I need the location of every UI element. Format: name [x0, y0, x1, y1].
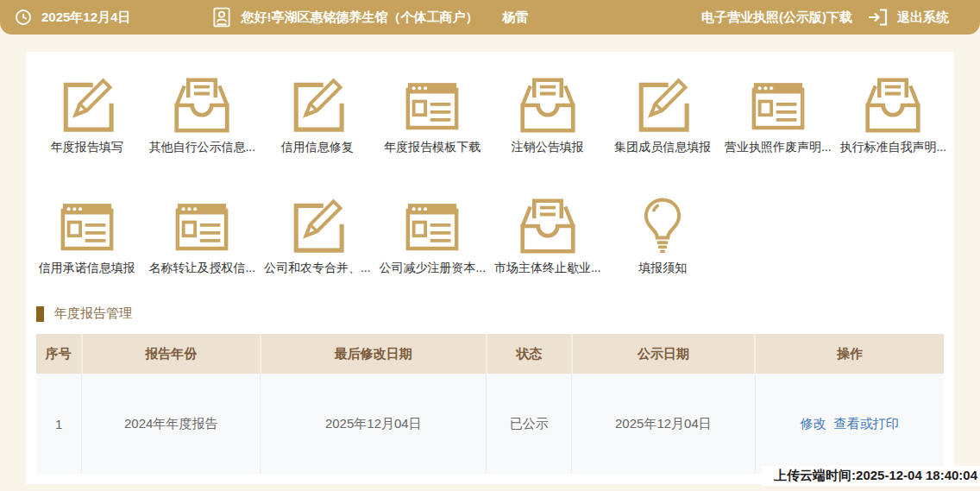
annual-report-table: 序号 报告年份 最后修改日期 状态 公示日期 操作 1 2024年年度报告 20… — [36, 334, 944, 474]
topbar-date: 2025年12月4日 — [41, 9, 130, 26]
menu-item-other-publicity-info[interactable]: 其他自行公示信息... — [145, 74, 261, 155]
topbar-right: 电子营业执照(公示版)下载 退出系统 — [701, 7, 949, 28]
col-header-last-modified: 最后修改日期 — [261, 334, 487, 374]
menu-item-label: 公司和农专合并、... — [264, 261, 371, 276]
cell-seq: 1 — [36, 374, 82, 474]
menu-item-annual-report-template-download[interactable]: 年度报告模板下载 — [375, 74, 491, 155]
cell-status: 已公示 — [487, 374, 572, 474]
topbar: 2025年12月4日 您好!亭湖区惠铭德养生馆（个体工商户） 杨雷 电子营业执照… — [0, 0, 980, 35]
section-title: 年度报告管理 — [54, 305, 132, 322]
logout-link[interactable]: 退出系统 — [897, 9, 949, 26]
inbox-icon — [862, 74, 924, 136]
menu-item-label: 年度报告填写 — [51, 140, 123, 155]
inbox-icon — [517, 74, 579, 136]
modify-link[interactable]: 修改 — [801, 416, 826, 431]
edit-icon — [56, 74, 118, 136]
table-header-row: 序号 报告年份 最后修改日期 状态 公示日期 操作 — [36, 334, 944, 374]
menu-item-label: 其他自行公示信息... — [148, 140, 255, 155]
col-header-actions: 操作 — [755, 334, 944, 374]
menu-item-annual-report-fill[interactable]: 年度报告填写 — [29, 74, 145, 155]
browser-icon — [401, 74, 463, 136]
edit-icon — [286, 195, 349, 257]
view-print-link[interactable]: 查看或打印 — [834, 416, 899, 431]
menu-item-capital-reduction[interactable]: 公司减少注册资本... — [375, 195, 491, 276]
col-header-publish-date: 公示日期 — [572, 334, 756, 374]
browser-icon — [171, 195, 233, 257]
section-accent-bar — [36, 306, 44, 322]
browser-icon — [56, 195, 118, 257]
cell-report-year: 2024年年度报告 — [82, 374, 261, 474]
col-header-seq: 序号 — [36, 334, 82, 374]
menu-item-license-invalid-declaration[interactable]: 营业执照作废声明... — [720, 74, 836, 155]
logout-icon — [866, 7, 889, 28]
menu-item-filing-notice[interactable]: 填报须知 — [606, 195, 721, 276]
menu-item-label: 信用信息修复 — [281, 140, 354, 155]
menu-item-company-merger[interactable]: 公司和农专合并、... — [260, 195, 375, 276]
col-header-report-year: 报告年份 — [82, 334, 261, 374]
browser-icon — [747, 74, 809, 136]
user-greeting: 您好!亭湖区惠铭德养生馆（个体工商户） — [241, 9, 478, 26]
menu-item-label: 集团成员信息填报 — [614, 140, 711, 155]
menu-item-business-suspension[interactable]: 市场主体终止歇业... — [490, 195, 606, 276]
edit-icon — [286, 74, 349, 136]
menu-item-group-member-info[interactable]: 集团成员信息填报 — [606, 74, 721, 155]
cell-last-modified: 2025年12月04日 — [261, 374, 487, 474]
user-name: 杨雷 — [502, 9, 528, 26]
menu-item-name-transfer-authorization[interactable]: 名称转让及授权信... — [145, 195, 261, 276]
menu-item-label: 执行标准自我声明... — [839, 140, 946, 155]
menu-item-credit-repair[interactable]: 信用信息修复 — [260, 74, 375, 155]
clock-icon — [14, 8, 33, 27]
col-header-status: 状态 — [487, 334, 572, 374]
inbox-icon — [517, 195, 579, 257]
cell-actions: 修改查看或打印 — [755, 374, 944, 474]
menu-item-label: 注销公告填报 — [512, 140, 584, 155]
menu-item-credit-commitment-info[interactable]: 信用承诺信息填报 — [29, 195, 145, 276]
menu-item-label: 信用承诺信息填报 — [39, 261, 135, 276]
user-icon — [213, 7, 230, 28]
upload-time-label: 上传云端时间:2025-12-04 18:40:04 — [762, 466, 980, 486]
cell-publish-date: 2025年12月04日 — [572, 374, 756, 474]
main-card: 年度报告填写 其他自行公示信息... 信用信息修复 年度报告模板下载 注销公告填… — [26, 52, 954, 484]
function-menu: 年度报告填写 其他自行公示信息... 信用信息修复 年度报告模板下载 注销公告填… — [26, 52, 954, 276]
menu-item-label: 公司减少注册资本... — [379, 261, 486, 276]
menu-item-label: 填报须知 — [638, 261, 687, 276]
menu-item-label: 名称转让及授权信... — [148, 261, 255, 276]
section-header: 年度报告管理 — [36, 305, 944, 322]
menu-item-standard-self-declaration[interactable]: 执行标准自我声明... — [836, 74, 952, 155]
menu-item-label: 年度报告模板下载 — [384, 140, 481, 155]
browser-icon — [401, 195, 463, 257]
inbox-icon — [171, 74, 233, 136]
table-row: 1 2024年年度报告 2025年12月04日 已公示 2025年12月04日 … — [36, 374, 944, 474]
license-download-link[interactable]: 电子营业执照(公示版)下载 — [701, 9, 852, 26]
menu-item-label: 营业执照作废声明... — [725, 140, 832, 155]
menu-item-cancellation-notice[interactable]: 注销公告填报 — [490, 74, 606, 155]
edit-icon — [631, 74, 694, 136]
menu-item-label: 市场主体终止歇业... — [494, 261, 601, 276]
bulb-icon — [631, 195, 694, 257]
